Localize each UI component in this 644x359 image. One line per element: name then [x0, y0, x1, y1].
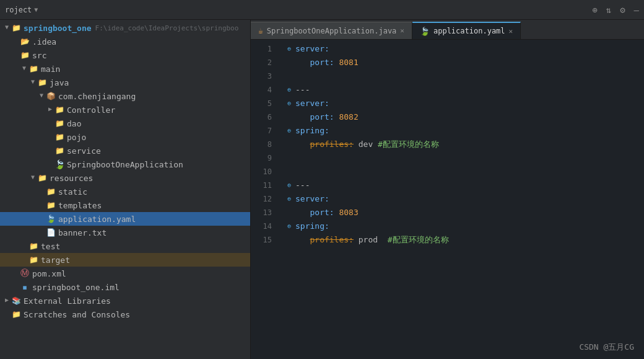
code-line-15: profiles: prod #配置环境的名称 — [284, 233, 644, 247]
pojo-label: pojo — [67, 133, 86, 142]
sidebar-item-test[interactable]: 📁 test — [0, 239, 250, 253]
sidebar-item-static[interactable]: 📁 static — [0, 185, 250, 198]
tab-yaml[interactable]: 🍃 application.yaml ✕ — [412, 22, 521, 39]
controller-label: Controller — [67, 105, 115, 115]
code-8-space2 — [373, 138, 378, 151]
sidebar-item-package[interactable]: 📦 com.chenjiangang — [0, 89, 250, 103]
gutter-1: ⊕ — [284, 42, 294, 56]
sidebar-item-iml[interactable]: ◼ springboot_one.iml — [0, 280, 250, 294]
code-2-key: port: — [310, 56, 334, 69]
ext-libs-arrow — [2, 296, 11, 305]
code-line-12: ⊕ server: — [284, 192, 644, 206]
java-arrow — [28, 78, 37, 87]
tab-java[interactable]: ☕ SpringbootOneApplication.java ✕ — [251, 22, 412, 39]
sidebar-item-pojo[interactable]: 📁 pojo — [0, 130, 250, 144]
gutter-2 — [284, 56, 294, 69]
sidebar-item-idea[interactable]: 📂 .idea — [0, 35, 250, 48]
code-13-val: 8083 — [339, 206, 358, 219]
code-line-14: ⊕ spring: — [284, 219, 644, 233]
code-15-key: profiles: — [310, 233, 353, 247]
line-num-13: 13 — [251, 206, 272, 219]
sidebar-item-yaml[interactable]: 🍃 application.yaml — [0, 212, 250, 226]
sidebar-item-java[interactable]: 📁 java — [0, 76, 250, 89]
line-num-9: 9 — [251, 151, 272, 165]
gutter-7: ⊕ — [284, 124, 294, 138]
tab-java-close[interactable]: ✕ — [400, 27, 404, 35]
ext-libs-label: External Libraries — [24, 296, 111, 306]
package-label: com.chenjiangang — [58, 92, 136, 101]
sidebar-item-spring-app[interactable]: 🍃 SpringbootOneApplication — [0, 157, 250, 171]
spring-app-label: SpringbootOneApplication — [67, 160, 183, 169]
line-num-1: 1 — [251, 42, 272, 56]
code-area[interactable]: ⊕ server: port: 8081 ⊕ — [279, 40, 644, 359]
main-label: main — [41, 64, 60, 74]
idea-label: .idea — [32, 37, 56, 47]
sidebar-item-controller[interactable]: 📁 Controller — [0, 103, 250, 117]
resources-label: resources — [50, 174, 93, 183]
code-4-sep: --- — [295, 83, 310, 97]
controller-icon: 📁 — [54, 105, 64, 115]
code-8-indent — [295, 138, 310, 151]
line-num-4: 4 — [251, 83, 272, 97]
code-11-sep: --- — [295, 179, 310, 192]
iml-label: springboot_one.iml — [32, 283, 120, 292]
code-13-key: port: — [310, 206, 334, 219]
minimize-icon[interactable]: — — [634, 5, 639, 15]
code-line-7: ⊕ spring: — [284, 124, 644, 138]
project-dropdown-icon[interactable]: ▼ — [34, 6, 38, 13]
code-15-space2 — [378, 233, 388, 247]
sidebar-item-resources[interactable]: 📁 resources — [0, 171, 250, 185]
dao-icon: 📁 — [54, 118, 64, 128]
code-6-space — [334, 110, 339, 124]
line-num-2: 2 — [251, 56, 272, 69]
line-num-15: 15 — [251, 233, 272, 247]
main-folder-icon: 📁 — [28, 64, 38, 74]
root-folder-icon: 📁 — [11, 23, 21, 33]
tab-yaml-close[interactable]: ✕ — [509, 27, 513, 35]
sidebar-item-templates[interactable]: 📁 templates — [0, 198, 250, 212]
code-line-1: ⊕ server: — [284, 42, 644, 56]
main-arrow — [20, 64, 28, 73]
sidebar-item-banner[interactable]: 📄 banner.txt — [0, 226, 250, 239]
iml-icon: ◼ — [20, 282, 30, 292]
editor-content: 1 2 3 4 5 6 7 8 9 10 11 12 13 14 15 ⊕ — [251, 40, 644, 359]
tab-bar: ☕ SpringbootOneApplication.java ✕ 🍃 appl… — [251, 20, 644, 40]
yaml-icon: 🍃 — [46, 214, 56, 224]
resources-arrow — [28, 174, 37, 182]
code-2-indent — [295, 56, 310, 69]
pom-icon: Ⓜ — [20, 268, 30, 278]
static-icon: 📁 — [46, 187, 56, 197]
banner-label: banner.txt — [58, 228, 107, 237]
line-numbers: 1 2 3 4 5 6 7 8 9 10 11 12 13 14 15 — [251, 40, 279, 359]
sidebar-item-target[interactable]: 📁 target — [0, 253, 250, 267]
sidebar-item-ext-libs[interactable]: 📚 External Libraries — [0, 294, 250, 308]
project-label[interactable]: roject ▼ — [5, 6, 38, 14]
sync-icon[interactable]: ⊕ — [592, 5, 597, 15]
spring-app-icon: 🍃 — [54, 159, 64, 169]
editor-area: ☕ SpringbootOneApplication.java ✕ 🍃 appl… — [251, 20, 644, 359]
code-line-9 — [284, 151, 644, 165]
service-icon: 📁 — [54, 146, 64, 156]
sidebar-item-pom[interactable]: Ⓜ pom.xml — [0, 267, 250, 280]
sidebar-item-scratches[interactable]: 📁 Scratches and Consoles — [0, 308, 250, 321]
sidebar-item-service[interactable]: 📁 service — [0, 144, 250, 157]
tree-root[interactable]: 📁 springboot_one F:\idea_code\IdeaProjec… — [0, 21, 250, 35]
code-line-3 — [284, 69, 644, 83]
root-arrow — [2, 24, 11, 32]
refresh-icon[interactable]: ⇅ — [606, 5, 611, 15]
sidebar-item-main[interactable]: 📁 main — [0, 62, 250, 76]
code-line-8: profiles: dev #配置环境的名称 — [284, 138, 644, 151]
code-8-comment: #配置环境的名称 — [378, 138, 439, 151]
banner-icon: 📄 — [46, 228, 56, 237]
scratches-label: Scratches and Consoles — [24, 310, 130, 319]
gutter-5: ⊕ — [284, 97, 294, 110]
settings-icon[interactable]: ⚙ — [620, 5, 625, 15]
main-area: 📁 springboot_one F:\idea_code\IdeaProjec… — [0, 20, 644, 359]
gutter-8 — [284, 138, 294, 151]
src-folder-icon: 📁 — [20, 50, 30, 60]
templates-label: templates — [58, 201, 102, 210]
sidebar-item-dao[interactable]: 📁 dao — [0, 117, 250, 130]
static-label: static — [58, 187, 87, 197]
java-label: java — [50, 78, 69, 87]
sidebar-item-src[interactable]: 📁 src — [0, 48, 250, 62]
